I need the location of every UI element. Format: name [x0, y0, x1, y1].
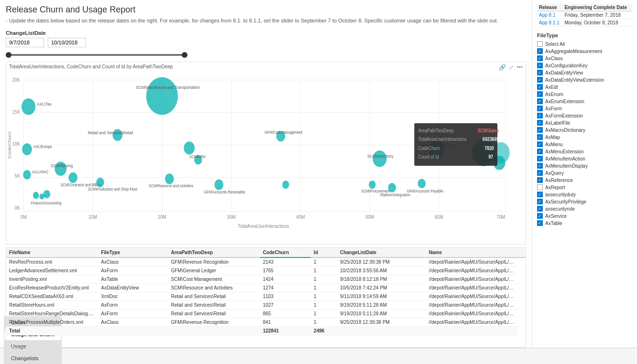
svg-point-67 [44, 190, 50, 198]
select-all-checkbox[interactable] [537, 41, 543, 47]
release-row: App 8.1Friday, September 7, 2018 [537, 11, 632, 19]
filetype-item[interactable]: ✓ AxLabelFile [537, 120, 632, 126]
filetype-label: AxDataEntityView [545, 70, 583, 75]
table-wrapper[interactable]: FileName FileType AreaPathTwoDeep CodeCh… [6, 248, 526, 347]
table-row: RetailCDXSeedDataAX63.xml XmlDoc Retail … [6, 292, 526, 301]
col-changedate[interactable]: ChangeListDate [337, 248, 426, 257]
filetype-item[interactable]: ✓ AxEnum [537, 91, 632, 97]
chart-more-icon[interactable]: ••• [516, 64, 523, 71]
filetype-label: axsecurityduty [545, 192, 576, 197]
filetype-checkbox[interactable]: ✓ [537, 220, 543, 226]
svg-text:SCM\Production and Shop Floor: SCM\Production and Shop Floor [88, 187, 138, 192]
svg-text:CodeChurn: CodeChurn [7, 131, 12, 159]
col-name[interactable]: Name [426, 248, 518, 257]
filetype-item[interactable]: ✓ AxSecurityPrivilege [537, 199, 632, 204]
filetype-item[interactable]: ✓ AxDataEntityViewExtension [537, 77, 632, 83]
slider-thumb-left[interactable] [6, 52, 11, 58]
filetype-checkbox[interactable]: ✓ [537, 106, 543, 111]
col-areapath[interactable]: AreaPathTwoDeep [168, 248, 260, 257]
filetype-checkbox[interactable]: ✓ [537, 63, 543, 68]
filetype-checkbox[interactable]: ✓ [537, 149, 543, 154]
filetype-checkbox[interactable]: ✓ [537, 98, 543, 104]
filetype-label: AxAggregateMeasurement [545, 49, 602, 54]
filetype-checkbox[interactable]: ✓ [537, 77, 543, 83]
filetype-checkbox[interactable]: ✓ [537, 113, 543, 118]
filetype-label: AxEnum [545, 92, 563, 97]
scatter-chart-section: TotalAreaUserInteractions, CodeChurn and… [6, 62, 526, 245]
filetype-item[interactable]: ✓ AxMap [537, 134, 632, 140]
filetype-label: AxMenuExtension [545, 149, 584, 154]
filetype-item[interactable]: ✓ AxMenu [537, 141, 632, 147]
filetype-checkbox[interactable]: ✓ [537, 213, 543, 219]
filetype-checkbox[interactable]: ✓ [537, 127, 543, 133]
chart-link-icon[interactable]: 🔗 [499, 64, 506, 71]
filetype-item[interactable]: ✓ axsecurityduty [537, 192, 632, 197]
filetype-label: AxReference [545, 178, 573, 183]
filetype-item[interactable]: ✓ AxConfigurationKey [537, 63, 632, 68]
select-all-label: Select All [545, 42, 565, 47]
filetype-item[interactable]: ✓ axsecurityrole [537, 206, 632, 212]
filetype-checkbox[interactable]: ✓ [537, 48, 543, 54]
col-filename[interactable]: FileName [6, 248, 98, 257]
svg-text:30M: 30M [227, 214, 236, 220]
date-start-input[interactable] [6, 38, 44, 47]
filetype-item[interactable]: ✓ AxAggregateMeasurement [537, 48, 632, 54]
svg-text:Retail and Services\Retail: Retail and Services\Retail [88, 130, 133, 136]
chart-expand-icon[interactable]: ⤢ [509, 64, 514, 71]
col-codechurn[interactable]: CodeChurn [260, 248, 311, 257]
filetype-checkbox[interactable] [537, 184, 543, 190]
table-row: RevRecProcessMultipleOrders.xml AxClass … [6, 318, 526, 327]
slider-thumb-right[interactable] [182, 52, 187, 58]
filetype-checkbox[interactable]: ✓ [537, 55, 543, 61]
svg-text:7820: 7820 [484, 145, 494, 151]
filetype-section: FileType Select All ✓ AxAggregateMeasure… [537, 32, 632, 226]
col-id[interactable]: Id [311, 248, 337, 257]
filetype-label: AxTable [545, 221, 562, 226]
select-all-item[interactable]: Select All [537, 41, 632, 47]
filetype-item[interactable]: ✓ AxDataEntityView [537, 70, 632, 75]
tab-changelists[interactable]: Changelists [4, 352, 62, 364]
filetype-title: FileType [537, 32, 632, 38]
filetype-checkbox[interactable]: ✓ [537, 177, 543, 183]
filetype-checkbox[interactable]: ✓ [537, 170, 543, 176]
filetype-item[interactable]: ✓ AxMenuExtension [537, 149, 632, 154]
filetype-label: AxReport [545, 185, 565, 190]
filetype-checkbox[interactable]: ✓ [537, 163, 543, 169]
date-slider[interactable] [6, 50, 187, 60]
filetype-item[interactable]: ✓ AxService [537, 213, 632, 219]
col-filetype[interactable]: FileType [98, 248, 168, 257]
filetype-label: AxMacroDictionary [545, 128, 585, 133]
filetype-item[interactable]: ✓ AxQuery [537, 170, 632, 176]
filetype-item[interactable]: ✓ AxForm [537, 106, 632, 111]
filetype-checkbox[interactable]: ✓ [537, 70, 543, 75]
filetype-checkbox[interactable]: ✓ [537, 199, 543, 204]
filetype-checkbox[interactable]: ✓ [537, 206, 543, 212]
filetype-item[interactable]: ✓ AxTable [537, 220, 632, 226]
date-inputs [6, 38, 526, 47]
filetype-checkbox[interactable]: ✓ [537, 141, 543, 147]
filetype-item[interactable]: ✓ AxEnumExtension [537, 98, 632, 104]
svg-text:60M: 60M [435, 214, 443, 220]
table-row: InventPosting.xml AxTable SCM\Cost Manag… [6, 275, 526, 284]
svg-text:SCM\SRM: SCM\SRM [189, 154, 206, 159]
date-end-input[interactable] [48, 38, 86, 47]
filetype-item[interactable]: ✓ AxReference [537, 177, 632, 183]
filetype-checkbox[interactable]: ✓ [537, 120, 543, 126]
release-table-body: App 8.1Friday, September 7, 2018App 8.1.… [537, 11, 632, 27]
filetype-checkbox[interactable]: ✓ [537, 192, 543, 197]
filetype-item[interactable]: ✓ AxMenuItemAction [537, 156, 632, 161]
engdate-col-header: Engineering Complete Date [562, 4, 632, 11]
filetype-checkbox[interactable]: ✓ [537, 84, 543, 90]
svg-text:GFM\Cash Management: GFM\Cash Management [264, 130, 303, 135]
filetype-item[interactable]: ✓ AxMenuItemDisplay [537, 163, 632, 169]
filetype-checkbox[interactable]: ✓ [537, 91, 543, 97]
filetype-item[interactable]: AxReport [537, 184, 632, 190]
filetype-item[interactable]: ✓ AxClass [537, 55, 632, 61]
filetype-checkbox[interactable]: ✓ [537, 156, 543, 161]
filetype-item[interactable]: ✓ AxMacroDictionary [537, 127, 632, 133]
filetype-checkbox[interactable]: ✓ [537, 134, 543, 140]
filetype-item[interactable]: ✓ AxEdt [537, 84, 632, 90]
filetype-item[interactable]: ✓ AxFormExtension [537, 113, 632, 118]
col-scroll [518, 248, 526, 257]
table-body: RevRecProcess.xml AxClass GFM\Revenue Re… [6, 257, 526, 335]
